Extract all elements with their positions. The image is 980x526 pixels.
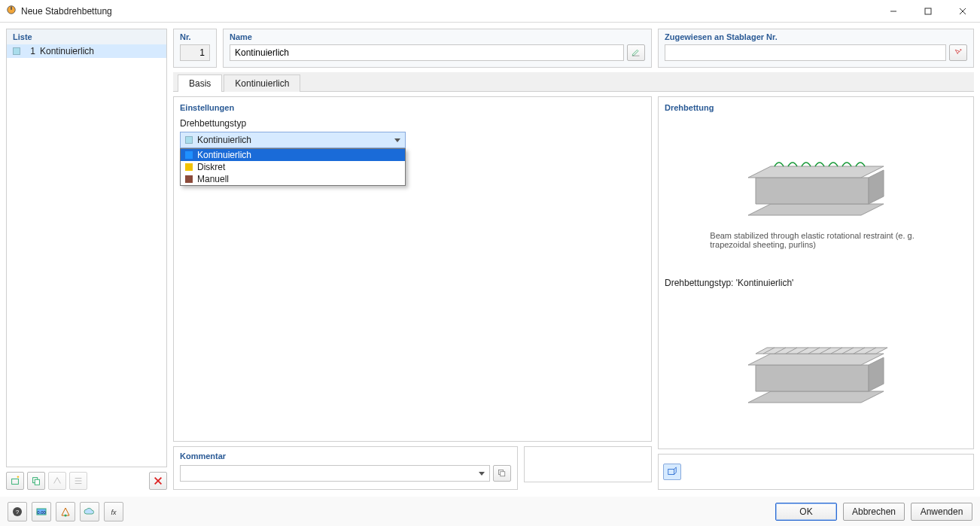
svg-point-40 [65, 514, 67, 516]
svg-marker-22 [869, 357, 884, 391]
cloud-button[interactable] [80, 502, 99, 521]
window-controls [876, 0, 980, 22]
delete-item-button[interactable] [149, 472, 167, 490]
svg-text:0.00: 0.00 [37, 510, 46, 515]
pick-assign-button[interactable] [949, 44, 967, 61]
swatch-icon [185, 151, 193, 159]
list-header: Liste [7, 29, 166, 44]
svg-text:?: ? [16, 509, 20, 515]
assign-input[interactable] [665, 44, 946, 61]
preview-caption: Beam stabilized through elastic rotation… [710, 231, 921, 249]
assign-group: Zugewiesen an Stablager Nr. [658, 29, 974, 68]
type-combo-list: Kontinuierlich Diskret Manuell [180, 148, 406, 186]
comment-panel: Kommentar [173, 446, 518, 490]
chevron-down-icon [394, 138, 400, 142]
nr-input[interactable] [180, 44, 210, 61]
toggle-b-button[interactable] [69, 472, 87, 490]
comment-combo[interactable] [180, 465, 490, 482]
combo-selected-label: Kontinuierlich [197, 135, 251, 145]
swatch-icon [185, 163, 193, 171]
svg-rect-15 [501, 472, 505, 476]
svg-marker-23 [748, 354, 884, 365]
aux-small-panel [524, 446, 652, 482]
list-item-swatch [13, 47, 20, 55]
toggle-a-button[interactable] [48, 472, 66, 490]
fx-button[interactable]: fx [104, 502, 123, 521]
combo-option[interactable]: Kontinuierlich [181, 149, 405, 161]
beam-preview-icon [733, 144, 899, 227]
svg-text:fx: fx [111, 509, 117, 516]
comment-library-button[interactable] [493, 465, 511, 482]
ok-button[interactable]: OK [775, 503, 837, 521]
svg-rect-6 [12, 479, 19, 484]
units-button[interactable]: 0.00 [32, 502, 51, 521]
svg-rect-35 [668, 470, 674, 475]
type-combo[interactable]: Kontinuierlich Kontinuierlich Dis [180, 132, 406, 186]
preview-subtype-title: Drehbettungstyp: 'Kontinuierlich' [665, 275, 967, 291]
minimize-button[interactable] [876, 0, 911, 22]
svg-marker-21 [756, 365, 869, 391]
combo-option-label: Diskret [197, 162, 225, 172]
preview-panel: Drehbettung [658, 96, 974, 449]
combo-option-label: Manuell [197, 174, 229, 184]
apply-button[interactable]: Anwenden [911, 503, 972, 521]
name-input[interactable] [230, 44, 624, 61]
titlebar: Neue Stabdrehbettung [0, 0, 980, 23]
list-item[interactable]: 1 Kontinuierlich [7, 44, 166, 58]
list-item-number: 1 [25, 46, 35, 56]
svg-rect-1 [11, 7, 12, 10]
cancel-button[interactable]: Abbrechen [843, 503, 905, 521]
tab-basis[interactable]: Basis [178, 74, 222, 92]
list-item-label: Kontinuierlich [40, 46, 94, 56]
svg-marker-18 [869, 170, 884, 204]
settings-panel: Einstellungen Drehbettungstyp Kontinuier… [173, 96, 652, 442]
dialog-footer: ? 0.00 fx OK Abbrechen Anwenden [0, 496, 980, 526]
window-title: Neue Stabdrehbettung [21, 6, 112, 17]
svg-marker-19 [748, 166, 884, 178]
tabs: Basis Kontinuierlich [173, 72, 974, 92]
svg-rect-8 [35, 479, 39, 485]
assign-label: Zugewiesen an Stablager Nr. [665, 32, 967, 41]
preview-title: Drehbettung [665, 103, 967, 112]
preview-toolbar-panel [658, 454, 974, 490]
close-button[interactable] [945, 0, 980, 22]
comment-title: Kommentar [180, 452, 511, 461]
nr-group: Nr. [173, 29, 217, 68]
combo-option[interactable]: Diskret [181, 161, 405, 173]
name-label: Name [230, 32, 645, 41]
name-group: Name [223, 29, 652, 68]
svg-rect-3 [925, 8, 931, 14]
svg-marker-20 [748, 391, 884, 403]
help-button[interactable]: ? [8, 502, 27, 521]
combo-option[interactable]: Manuell [181, 173, 405, 185]
combo-option-label: Kontinuierlich [197, 150, 251, 160]
app-icon [6, 5, 17, 17]
preview-mode-button[interactable] [663, 464, 681, 480]
edit-name-button[interactable] [627, 44, 645, 61]
copy-item-button[interactable] [27, 472, 45, 490]
settings-title: Einstellungen [180, 103, 645, 112]
svg-marker-17 [756, 178, 869, 204]
type-label: Drehbettungstyp [180, 118, 645, 129]
swatch-icon [185, 175, 193, 183]
beam-type-preview-icon [733, 324, 899, 414]
chevron-down-icon [479, 472, 485, 476]
list-panel: Liste 1 Kontinuierlich [6, 29, 167, 467]
nr-label: Nr. [180, 32, 210, 41]
svg-marker-16 [748, 204, 884, 215]
combo-swatch-icon [185, 136, 193, 144]
svg-rect-11 [632, 56, 640, 56]
tab-kontinuierlich[interactable]: Kontinuierlich [224, 74, 300, 92]
model-button[interactable] [56, 502, 75, 521]
maximize-button[interactable] [911, 0, 945, 22]
new-item-button[interactable] [6, 472, 24, 490]
